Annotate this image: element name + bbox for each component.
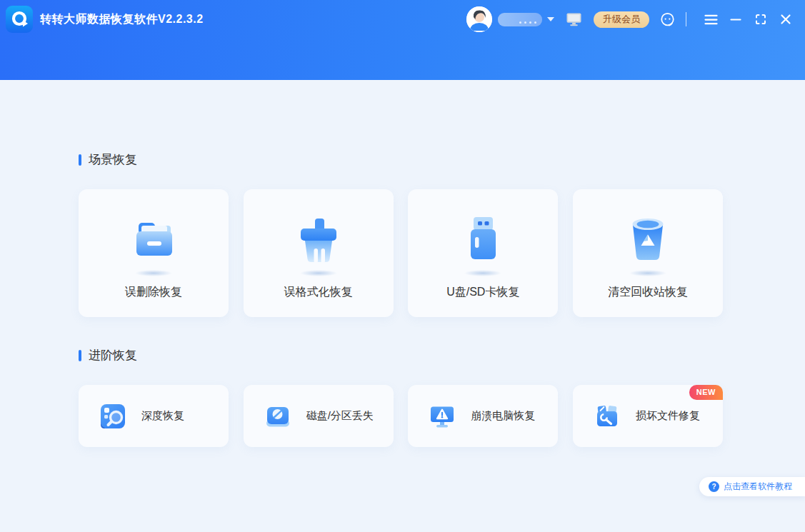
crashed-pc-icon <box>428 402 456 431</box>
card-label: 磁盘/分区丢失 <box>306 409 374 423</box>
card-formatted-recovery[interactable]: 误格式化恢复 <box>244 189 394 317</box>
usb-drive-icon <box>456 212 510 266</box>
titlebar-divider <box>686 12 686 26</box>
icon-shadow <box>300 270 337 276</box>
card-label: 误格式化恢复 <box>284 285 353 300</box>
advanced-recovery-cards: 深度恢复 磁盘/分区丢失 <box>79 385 723 447</box>
section-accent-bar <box>79 154 81 166</box>
deep-scan-icon <box>99 402 127 431</box>
card-label: 清空回收站恢复 <box>608 285 688 300</box>
maximize-button[interactable] <box>751 10 770 29</box>
user-avatar[interactable] <box>466 6 492 32</box>
card-label: 崩溃电脑恢复 <box>471 409 535 423</box>
section-title-advanced-recovery: 进阶恢复 <box>79 347 723 363</box>
file-repair-icon <box>593 402 621 431</box>
app-title: 转转大师数据恢复软件V2.2.3.2 <box>40 12 204 27</box>
menu-icon[interactable] <box>701 10 720 29</box>
disk-partition-icon <box>264 402 292 431</box>
recycle-bin-icon <box>621 212 675 266</box>
username-dots <box>519 21 536 24</box>
card-label: 深度恢复 <box>141 409 184 423</box>
upgrade-member-button[interactable]: 升级会员 <box>594 11 649 28</box>
app-window: 转转大师数据恢复软件V2.2.3.2 <box>0 0 805 532</box>
card-damaged-file-repair[interactable]: NEW 损坏文件修复 <box>573 385 723 447</box>
close-button[interactable] <box>776 10 795 29</box>
monitor-icon[interactable] <box>566 12 582 26</box>
icon-shadow <box>464 270 501 276</box>
card-label: 损坏文件修复 <box>636 409 700 423</box>
icon-shadow <box>629 270 666 276</box>
minimize-button[interactable] <box>726 10 745 29</box>
card-label: U盘/SD卡恢复 <box>446 285 519 300</box>
tutorial-label: 点击查看软件教程 <box>724 481 792 493</box>
card-recycle-bin-recovery[interactable]: 清空回收站恢复 <box>573 189 723 317</box>
username-redacted[interactable] <box>498 13 542 26</box>
titlebar: 转转大师数据恢复软件V2.2.3.2 <box>0 0 805 39</box>
card-deleted-file-recovery[interactable]: 误删除恢复 <box>79 189 229 317</box>
tutorial-button[interactable]: ? 点击查看软件教程 <box>699 477 805 496</box>
section-accent-bar <box>79 350 81 361</box>
customer-service-icon[interactable] <box>659 11 676 28</box>
new-badge: NEW <box>689 385 723 400</box>
card-disk-partition-lost[interactable]: 磁盘/分区丢失 <box>244 385 394 447</box>
icon-shadow <box>135 270 172 276</box>
card-crashed-pc-recovery[interactable]: 崩溃电脑恢复 <box>408 385 558 447</box>
chevron-down-icon[interactable] <box>547 17 554 21</box>
card-deep-recovery[interactable]: 深度恢复 <box>79 385 229 447</box>
help-icon: ? <box>709 481 719 492</box>
app-logo-icon <box>6 6 33 33</box>
card-label: 误删除恢复 <box>125 285 182 300</box>
section-title-scene-recovery: 场景恢复 <box>79 151 723 168</box>
main-area: 场景恢复 误删除恢复 <box>0 80 805 447</box>
scene-recovery-cards: 误删除恢复 <box>79 189 723 317</box>
folder-icon <box>126 212 181 266</box>
brush-icon <box>291 212 346 266</box>
header-banner: 转转大师数据恢复软件V2.2.3.2 <box>0 0 805 80</box>
card-usb-sd-recovery[interactable]: U盘/SD卡恢复 <box>408 189 558 317</box>
